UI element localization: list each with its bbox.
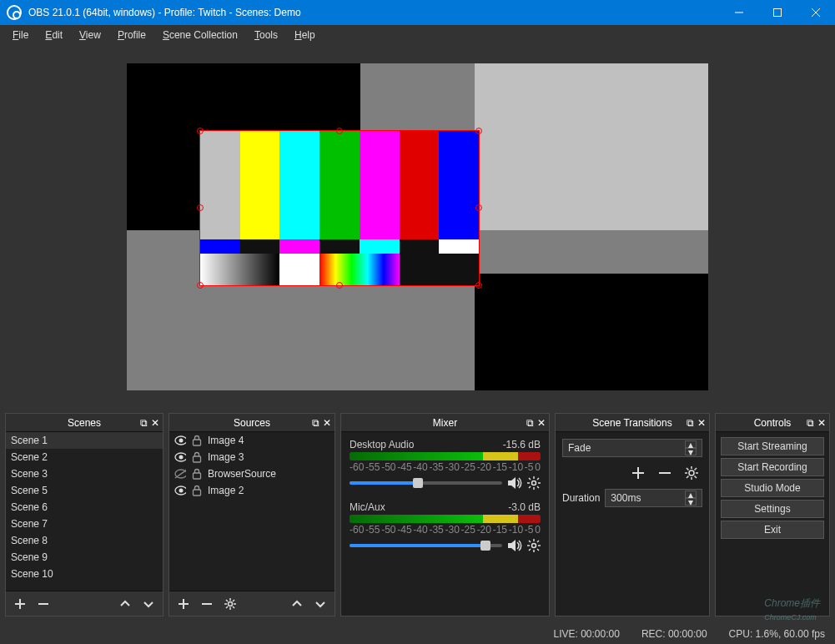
move-source-up-button[interactable] bbox=[288, 595, 306, 613]
svg-line-38 bbox=[537, 486, 539, 488]
channel-db: -15.6 dB bbox=[503, 439, 541, 450]
start-streaming-button[interactable]: Start Streaming bbox=[721, 437, 824, 455]
lock-icon[interactable] bbox=[191, 435, 203, 446]
source-item[interactable]: Image 3 bbox=[169, 449, 335, 465]
lock-icon[interactable] bbox=[191, 485, 203, 496]
gear-icon[interactable] bbox=[527, 476, 541, 490]
svg-rect-1 bbox=[774, 9, 782, 17]
scene-item[interactable]: Scene 1 bbox=[6, 432, 163, 449]
add-source-button[interactable] bbox=[174, 595, 193, 613]
menu-tools[interactable]: Tools bbox=[247, 26, 285, 44]
transition-properties-button[interactable] bbox=[682, 464, 701, 482]
scene-item[interactable]: Scene 5 bbox=[6, 482, 163, 499]
controls-title: Controls bbox=[754, 417, 792, 429]
lock-icon[interactable] bbox=[191, 451, 203, 463]
scene-item[interactable]: Scene 6 bbox=[6, 499, 163, 516]
gear-icon[interactable] bbox=[527, 539, 541, 552]
eye-icon[interactable] bbox=[174, 485, 186, 496]
scene-item[interactable]: Scene 10 bbox=[6, 566, 163, 582]
move-scene-down-button[interactable] bbox=[139, 595, 158, 613]
close-panel-icon[interactable]: ✕ bbox=[151, 417, 159, 429]
resize-handle[interactable] bbox=[336, 282, 343, 289]
eye-off-icon[interactable] bbox=[174, 468, 186, 480]
remove-transition-button[interactable] bbox=[656, 464, 674, 482]
menu-file[interactable]: File bbox=[5, 26, 36, 44]
eye-icon[interactable] bbox=[174, 435, 186, 446]
menu-edit[interactable]: Edit bbox=[38, 26, 70, 44]
remove-source-button[interactable] bbox=[198, 595, 216, 613]
sources-title: Sources bbox=[234, 417, 270, 429]
remove-scene-button[interactable] bbox=[34, 595, 53, 613]
transitions-panel: Scene Transitions ⧉✕ Fade ▴▾ Duration 30… bbox=[555, 413, 710, 616]
source-label: Image 4 bbox=[208, 435, 244, 446]
settings-button[interactable]: Settings bbox=[721, 500, 824, 518]
eye-icon[interactable] bbox=[174, 451, 186, 463]
resize-handle[interactable] bbox=[475, 204, 482, 211]
resize-handle[interactable] bbox=[197, 128, 204, 134]
source-item[interactable]: Image 4 bbox=[169, 432, 335, 449]
svg-rect-15 bbox=[194, 473, 201, 479]
mixer-title: Mixer bbox=[433, 417, 457, 429]
svg-line-3 bbox=[812, 8, 820, 17]
resize-handle[interactable] bbox=[475, 282, 482, 289]
add-transition-button[interactable] bbox=[629, 464, 647, 482]
lock-icon[interactable] bbox=[191, 468, 203, 480]
close-panel-icon[interactable]: ✕ bbox=[537, 417, 546, 429]
studio-mode-button[interactable]: Studio Mode bbox=[721, 479, 824, 497]
speaker-icon[interactable] bbox=[507, 539, 522, 552]
menu-profile[interactable]: Profile bbox=[110, 26, 153, 44]
maximize-button[interactable] bbox=[758, 0, 797, 25]
start-recording-button[interactable]: Start Recording bbox=[721, 458, 824, 476]
volume-slider[interactable] bbox=[350, 481, 502, 485]
scene-item[interactable]: Scene 7 bbox=[6, 516, 163, 532]
scenes-list[interactable]: Scene 1Scene 2Scene 3Scene 5Scene 6Scene… bbox=[6, 432, 163, 591]
scene-item[interactable]: Scene 8 bbox=[6, 532, 163, 549]
menu-view[interactable]: View bbox=[72, 26, 108, 44]
source-properties-button[interactable] bbox=[221, 595, 239, 613]
svg-line-49 bbox=[537, 541, 539, 542]
undock-icon[interactable]: ⧉ bbox=[140, 417, 148, 429]
channel-db: -3.0 dB bbox=[508, 501, 541, 513]
close-button[interactable] bbox=[797, 0, 835, 25]
undock-icon[interactable]: ⧉ bbox=[526, 417, 534, 429]
close-panel-icon[interactable]: ✕ bbox=[323, 417, 331, 429]
close-panel-icon[interactable]: ✕ bbox=[697, 417, 706, 429]
speaker-icon[interactable] bbox=[507, 476, 522, 490]
svg-line-28 bbox=[233, 606, 234, 608]
scene-item[interactable]: Scene 2 bbox=[6, 449, 163, 465]
add-scene-button[interactable] bbox=[11, 595, 29, 613]
source-item[interactable]: Image 2 bbox=[169, 482, 335, 499]
menu-help[interactable]: Help bbox=[287, 26, 323, 44]
move-source-down-button[interactable] bbox=[311, 595, 329, 613]
resize-handle[interactable] bbox=[197, 204, 204, 211]
resize-handle[interactable] bbox=[197, 282, 204, 289]
duration-input[interactable]: 300ms ▴▾ bbox=[605, 489, 702, 507]
window-title: OBS 21.0.1 (64bit, windows) - Profile: T… bbox=[28, 7, 720, 18]
undock-icon[interactable]: ⧉ bbox=[807, 417, 814, 429]
move-scene-up-button[interactable] bbox=[116, 595, 134, 613]
volume-slider[interactable] bbox=[350, 544, 502, 547]
transition-select[interactable]: Fade ▴▾ bbox=[562, 439, 702, 457]
close-panel-icon[interactable]: ✕ bbox=[817, 417, 826, 429]
preview-canvas[interactable] bbox=[127, 63, 708, 390]
svg-marker-31 bbox=[508, 477, 516, 489]
minimize-button[interactable] bbox=[720, 0, 758, 25]
undock-icon[interactable]: ⧉ bbox=[312, 417, 319, 429]
source-item[interactable]: BrowserSource bbox=[169, 465, 335, 482]
selected-source-bounds[interactable] bbox=[199, 130, 480, 286]
resize-handle[interactable] bbox=[475, 128, 482, 134]
menu-scene-collection[interactable]: Scene Collection bbox=[155, 26, 245, 44]
controls-panel: Controls ⧉✕ Start StreamingStart Recordi… bbox=[715, 413, 830, 616]
preview-area[interactable] bbox=[0, 45, 835, 408]
vu-meter bbox=[350, 515, 541, 523]
resize-handle[interactable] bbox=[336, 128, 343, 134]
undock-icon[interactable]: ⧉ bbox=[687, 417, 694, 429]
source-label: BrowserSource bbox=[208, 468, 276, 480]
scene-item[interactable]: Scene 3 bbox=[6, 465, 163, 482]
scene-item[interactable]: Scene 9 bbox=[6, 549, 163, 566]
svg-marker-41 bbox=[508, 540, 516, 551]
exit-button[interactable]: Exit bbox=[721, 521, 824, 539]
sources-list[interactable]: Image 4Image 3BrowserSourceImage 2 bbox=[169, 432, 335, 591]
svg-rect-9 bbox=[194, 440, 201, 445]
svg-line-27 bbox=[226, 600, 228, 601]
